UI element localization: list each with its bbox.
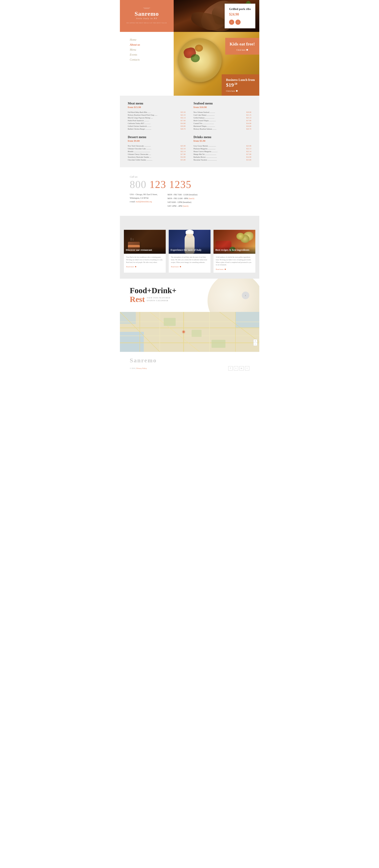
email-link[interactable]: mail@demolink.org [136,200,152,203]
svg-rect-17 [192,330,202,337]
brand-name: Sanremo [135,10,159,17]
feature-card-recipes: Best recipes & best ingredients A full r… [213,230,255,273]
hours-4: SAT 12PM – 4PM (lunch) [168,204,198,208]
feature-image-restaurant: Discover our restaurant [124,230,166,254]
menu-item: Pulled Pork Sandwich ...........$17.60 [128,119,185,122]
kids-eat-card: Kids eat free! Click here [225,38,259,55]
feature-section: Discover our restaurant Treat Dad to the… [120,224,259,279]
footer: Sanremo © 2016 | Privacy Policy f t in t [120,352,259,374]
seafood-menu-title: Seafood menu [194,102,251,105]
business-link[interactable]: Click here [226,90,255,92]
menu-item: Hickory Bourbon-Glazed Pork Chop ......$… [128,114,185,116]
menu-item: Grey Goose Martini .................$23.… [194,145,251,147]
address-line1: USA – Chicago, 901 East E Street, [130,193,158,196]
privacy-policy-link[interactable]: Privacy Policy [136,367,147,369]
feature-card-overlay-1: Discover our restaurant [124,246,166,254]
hero-dish-name: Grilled pork ribs [229,7,251,11]
business-lunch-card: Business Lunch from $19.50 Click here [222,74,259,96]
menu-item: California Turkey BLT .............$14.9… [128,122,185,125]
call-number-normal: 800 [130,179,149,190]
drinks-menu-title: Drinks menu [194,135,251,139]
nav-item-about[interactable]: About us [130,43,164,46]
feature-card-body-2: The atmosphere of real Italy, take the t… [169,254,210,270]
food-drink-rest: Rest [130,294,145,304]
seafood-menu-price: from $10.98 [194,105,251,109]
nav-item-menu[interactable]: Menu [130,48,164,52]
food-drink-line2-wrap: Rest VIEW OUR FEATUREDEVENTS CALENDAR [130,294,239,304]
nav-item-home[interactable]: Home [130,38,164,41]
menu-item: Ultimate Chocolate Cake ...........$22.1… [128,147,185,150]
hero-next-button[interactable]: › [235,20,241,25]
nav-item-contacts[interactable]: Contacts [130,58,164,61]
kids-eat-link[interactable]: Click here [230,49,255,51]
menu-item: Ultimate Cherry Cheesecake .....$17.80 [128,153,185,156]
social-facebook[interactable]: f [228,366,233,371]
menu-item: Blondie ................................… [128,150,185,153]
social-twitter2[interactable]: t [245,366,249,371]
menu-item: New York Cheesecake ..............$25.90 [128,145,185,147]
social-linkedin[interactable]: in [239,366,244,371]
read-more-dot-1 [135,266,136,267]
feature-text-1: Treat Dad to the best steakhouse after a… [126,256,163,264]
call-number-orange: 123 1235 [149,179,192,190]
menu-item: Ribs & Crispy Popcorn Shrimp .....$32.14 [128,116,185,119]
menu-item: House Cuervo Margarita .............$22.… [194,150,251,153]
hours-2: MON - FRI 11AM - 8PM (lunch) [168,196,198,200]
svg-point-20 [182,330,185,334]
drinks-menu: Drinks menu from $5.90 Grey Goose Martin… [194,135,251,161]
spacer-1 [120,216,259,224]
email-line: e-mail: mail@demolink.org [130,200,158,204]
menu-item: Full-Rack Baby-Back Ribs .......$35.50 [128,111,185,114]
logo-decoration [143,8,150,9]
drinks-menu-price: from $5.90 [194,139,251,143]
meat-menu-title: Meat menu [128,102,185,105]
hours-3: SAT 8AM - 12PM (breakfast) [168,200,198,204]
hero-prev-button[interactable]: ‹ [229,20,234,25]
read-more-3[interactable]: Read more [216,268,253,270]
business-arrow-dot [236,90,238,92]
footer-bottom: © 2016 | Privacy Policy f t in t [130,366,249,371]
read-more-1[interactable]: Read more [126,266,163,268]
menu-item: Grilled Salmon .....................$25.… [194,116,251,119]
menu-item: Hickory Bourbon Salmon .........$20.70 [194,128,251,130]
food-drink-text: Food+Drink+ Rest VIEW OUR FEATUREDEVENTS… [130,287,239,304]
read-more-dot-2 [180,266,181,267]
call-address: USA – Chicago, 901 East E Street, Wilmin… [130,193,158,208]
menu-item: Mango Mai Tai .........................$… [194,153,251,156]
feature-grid: Discover our restaurant Treat Dad to the… [124,230,255,273]
food-drink-section: Food+Drink+ Rest VIEW OUR FEATUREDEVENTS… [120,279,259,312]
hero-price: $24.90 [229,12,251,17]
menu-item: Buffalo Chicken Burger .............$28.… [128,128,185,130]
nav-item-events[interactable]: Events [130,53,164,56]
feature-text-3: A full rainbow of colorful the most gold… [216,256,253,266]
header-brand-section: Sanremo little Italy in NY WE OFFER THE … [120,0,174,32]
call-label: Call us: [130,175,249,178]
feature-card-overlay-3: Best recipes & best ingredients [213,246,255,254]
main-nav: Home About us Menu Events Contacts [120,32,174,96]
dessert-menu-price: from $9.80 [128,139,185,143]
map-zoom-control[interactable]: + − [253,339,257,346]
svg-rect-16 [164,318,176,326]
feature-card-body-3: A full rainbow of colorful the most gold… [213,254,255,273]
food-drink-arrow[interactable]: › [242,291,249,299]
brand-tagline: little Italy in NY [136,17,157,20]
svg-rect-18 [211,340,226,348]
business-title: Business Lunch from [226,78,255,82]
menu-item: Herb-Crusted Tilapia ...............$17.… [194,119,251,122]
seafood-menu: Seafood menu from $10.98 New Orleans Sea… [194,102,251,130]
brand-slogan: WE OFFER THE BEST MEALS AT THE BEST VALU… [127,22,167,24]
call-info-grid: USA – Chicago, 901 East E Street, Wilmin… [130,193,249,208]
hero-navigation: ‹ › [229,20,251,25]
svg-rect-1 [120,332,144,352]
call-section: Call us: 800 123 1235 USA – Chicago, 901… [120,167,259,216]
read-more-2[interactable]: Read more [171,266,208,268]
social-twitter[interactable]: t [234,366,238,371]
feature-image-italy: Experience the taste of Italy [169,230,210,254]
read-more-dot-3 [225,269,226,270]
feature-title-3: Best recipes & best ingredients [215,248,253,252]
feature-card-italy: Experience the taste of Italy The atmosp… [169,230,210,273]
address-line2: Wilmington, CA 90744 [130,196,158,200]
hero-image: Grilled pork ribs $24.90 ‹ › [174,0,259,32]
menu-item: Coastal Trio .........................$1… [194,122,251,125]
menu-item: New Orleans Seafood ............$29.90 [194,111,251,114]
